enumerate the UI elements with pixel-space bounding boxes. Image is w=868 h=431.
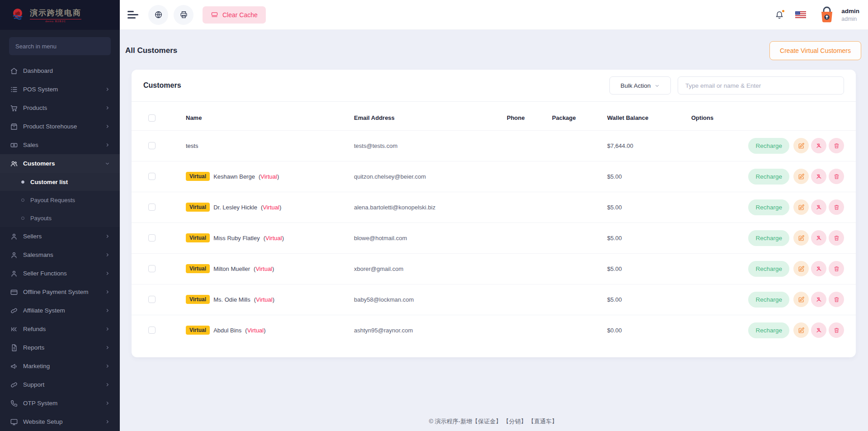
ban-user-button[interactable] — [811, 138, 826, 153]
recharge-button[interactable]: Recharge — [748, 261, 789, 277]
customer-row: Virtual Keshawn Berge (Virtual) quitzon.… — [132, 161, 856, 192]
sidebar-item-pos-system[interactable]: POS System — [0, 80, 120, 99]
sidebar-item-support[interactable]: Support — [0, 375, 120, 394]
row-checkbox[interactable] — [148, 327, 156, 334]
sidebar-item-sales[interactable]: Sales — [0, 136, 120, 154]
recharge-button[interactable]: Recharge — [748, 138, 789, 154]
user-slash-icon — [816, 173, 822, 180]
row-checkbox[interactable] — [148, 173, 156, 180]
sidebar-item-refunds[interactable]: Refunds — [0, 320, 120, 338]
edit-button[interactable] — [793, 138, 809, 153]
chevron-right-icon — [105, 308, 110, 313]
recharge-button[interactable]: Recharge — [748, 322, 789, 338]
clear-cache-button[interactable]: Clear Cache — [203, 6, 266, 24]
edit-button[interactable] — [793, 261, 809, 276]
sidebar-item-reports[interactable]: Reports — [0, 338, 120, 357]
sidebar-subitem-payouts[interactable]: Payouts — [0, 209, 120, 227]
website-link-button[interactable] — [148, 5, 168, 25]
edit-button[interactable] — [793, 292, 809, 307]
card-title: Customers — [143, 81, 181, 90]
delete-button[interactable] — [829, 230, 844, 246]
delete-button[interactable] — [829, 322, 844, 338]
sidebar-item-marketing[interactable]: Marketing — [0, 357, 120, 375]
delete-button[interactable] — [829, 169, 844, 184]
customer-row: tests tests@tests.com $7,644.00 Recharge — [132, 130, 856, 161]
sidebar-item-products[interactable]: Products — [0, 99, 120, 117]
edit-pencil-icon — [798, 142, 805, 149]
row-checkbox[interactable] — [148, 204, 156, 211]
edit-button[interactable] — [793, 169, 809, 184]
user-slash-icon — [816, 296, 822, 303]
customer-phone — [507, 161, 552, 192]
sidebar-item-offline-payment-system[interactable]: Offline Payment System — [0, 283, 120, 301]
recharge-button[interactable]: Recharge — [748, 199, 789, 215]
link-icon — [10, 307, 18, 315]
customer-name: tests — [186, 142, 198, 149]
chevron-right-icon — [105, 327, 110, 332]
us-flag-icon — [795, 11, 806, 18]
brand-logo[interactable]: 演示跨境电商 demo B2B2C — [0, 0, 120, 30]
sidebar-item-otp-system[interactable]: OTP System — [0, 394, 120, 412]
sidebar-item-product-storehouse[interactable]: Product Storehouse — [0, 117, 120, 136]
sidebar-item-seller-functions[interactable]: Seller Functions — [0, 264, 120, 283]
edit-pencil-icon — [798, 327, 805, 334]
row-checkbox[interactable] — [148, 265, 156, 272]
ban-user-button[interactable] — [811, 230, 826, 246]
card-icon — [10, 288, 18, 296]
virtual-badge: Virtual — [186, 264, 210, 273]
chevron-right-icon — [105, 234, 110, 239]
sidebar-item-salesmans[interactable]: Salesmans — [0, 246, 120, 264]
ban-user-button[interactable] — [811, 292, 826, 307]
sidebar-item-customers[interactable]: Customers — [0, 154, 120, 173]
recharge-button[interactable]: Recharge — [748, 169, 789, 185]
sidebar-subitem-customer-list[interactable]: Customer list — [0, 173, 120, 191]
language-selector[interactable] — [795, 11, 806, 18]
row-checkbox[interactable] — [148, 234, 156, 242]
recharge-button[interactable]: Recharge — [748, 292, 789, 308]
delete-button[interactable] — [829, 292, 844, 307]
ban-user-button[interactable] — [811, 169, 826, 184]
column-header-wallet: Wallet Balance — [607, 102, 691, 130]
sidebar-toggle-icon[interactable] — [127, 9, 139, 20]
customers-card: Customers Bulk Action — [132, 70, 856, 357]
sidebar-item-website-setup[interactable]: Website Setup — [0, 412, 120, 431]
row-checkbox[interactable] — [148, 142, 156, 149]
edit-button[interactable] — [793, 322, 809, 338]
select-all-checkbox[interactable] — [148, 114, 156, 122]
recharge-button[interactable]: Recharge — [748, 230, 789, 246]
customer-wallet-balance: $5.00 — [607, 223, 691, 253]
row-checkbox[interactable] — [148, 296, 156, 303]
chevron-right-icon — [105, 105, 110, 110]
chevron-right-icon — [105, 271, 110, 276]
sidebar-search-input[interactable] — [9, 37, 111, 55]
customer-search-input[interactable] — [678, 76, 844, 95]
customer-package — [552, 223, 607, 253]
bulk-action-select[interactable]: Bulk Action — [609, 76, 671, 95]
sidebar-subitem-payout-requests[interactable]: Payout Requests — [0, 191, 120, 209]
edit-button[interactable] — [793, 230, 809, 246]
ban-user-button[interactable] — [811, 199, 826, 215]
notifications-button[interactable] — [774, 10, 784, 20]
avatar — [817, 5, 837, 25]
edit-button[interactable] — [793, 199, 809, 215]
sidebar-item-sellers[interactable]: Sellers — [0, 227, 120, 246]
chevron-right-icon — [105, 289, 110, 294]
sidebar-item-affiliate-system[interactable]: Affiliate System — [0, 301, 120, 320]
create-virtual-customers-button[interactable]: Create Virtual Customers — [769, 41, 861, 60]
customer-wallet-balance: $7,644.00 — [607, 130, 691, 161]
user-slash-icon — [816, 142, 822, 149]
user-menu[interactable]: admin admin — [817, 5, 859, 25]
delete-button[interactable] — [829, 261, 844, 276]
banknote-icon — [10, 141, 18, 149]
print-button[interactable] — [174, 5, 193, 25]
ban-user-button[interactable] — [811, 322, 826, 338]
delete-button[interactable] — [829, 138, 844, 153]
trash-icon — [833, 204, 840, 211]
footer-copyright: © 演示程序-新增【保证金】 【分销】 【直通车】 — [125, 409, 861, 431]
customer-email: blowe@hotmail.com — [354, 223, 507, 253]
ban-user-button[interactable] — [811, 261, 826, 276]
sidebar-item-dashboard[interactable]: Dashboard — [0, 62, 120, 80]
chevron-down-icon — [655, 83, 660, 88]
customer-phone — [507, 284, 552, 315]
delete-button[interactable] — [829, 199, 844, 215]
